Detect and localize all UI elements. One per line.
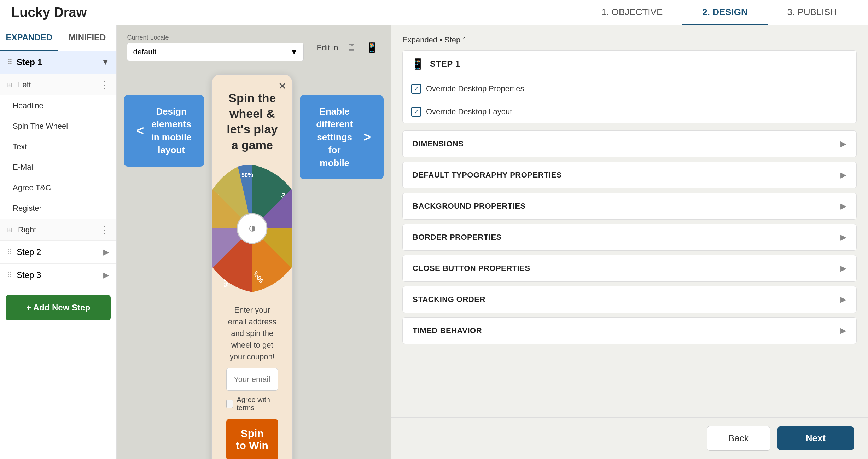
locale-chevron-icon: ▼ (290, 47, 298, 57)
dimensions-section[interactable]: DIMENSIONS ▶ (402, 130, 857, 157)
mobile-icon[interactable]: 📱 (364, 40, 380, 56)
main-canvas: Current Locale default ▼ Edit in 🖥 📱 < D… (117, 25, 391, 459)
wheel-container: ▶ 30% 9% 25% 50% (211, 161, 293, 296)
background-section[interactable]: BACKGROUND PROPERTIES ▶ (402, 193, 857, 220)
bottom-bar: Back Next (391, 417, 868, 459)
agree-checkbox[interactable] (226, 400, 233, 408)
step2-row[interactable]: ⠿ Step 2 ▶ (0, 240, 116, 263)
svg-text:◑: ◑ (249, 223, 256, 232)
grid-icon-right: ⊞ (7, 226, 12, 234)
typography-chevron-icon: ▶ (840, 170, 846, 180)
grid-icon: ⊞ (7, 81, 12, 89)
stacking-section[interactable]: STACKING ORDER ▶ (402, 286, 857, 313)
phone-frame: ✕ Spin the wheel &let's play a game ▶ 30… (211, 74, 293, 459)
tab-minified[interactable]: MINIFIED (58, 25, 117, 51)
step-panel-header: 📱 STEP 1 (403, 51, 856, 77)
agree-label: Agree T&C (13, 183, 51, 192)
step2-drag-icon: ⠿ (7, 248, 12, 256)
step3-label: Step 3 (17, 270, 41, 280)
canvas-toolbar: Current Locale default ▼ Edit in 🖥 📱 (127, 25, 380, 67)
wheel-svg[interactable]: 30% 9% 25% 50% GIFT (211, 161, 293, 296)
sidebar-tab-group: EXPANDED MINIFIED (0, 25, 116, 51)
right-panel: Expanded • Step 1 📱 STEP 1 ✓ Override De… (391, 25, 868, 459)
sidebar-item-text[interactable]: Text (0, 136, 116, 157)
right-panel-inner: Expanded • Step 1 📱 STEP 1 ✓ Override De… (391, 25, 868, 358)
step3-row[interactable]: ⠿ Step 3 ▶ (0, 263, 116, 286)
locale-select-wrap: Current Locale default ▼ (127, 34, 304, 61)
canvas-area: < Design elements in mobile layout ✕ Spi… (117, 67, 391, 459)
close-button-section[interactable]: CLOSE BUTTON PROPERTIES ▶ (402, 255, 857, 282)
left-nav-card[interactable]: < Design elements in mobile layout (124, 95, 204, 167)
next-button[interactable]: Next (777, 426, 854, 450)
dimensions-chevron-icon: ▶ (840, 139, 846, 149)
timed-label: TIMED BEHAVIOR (413, 326, 482, 335)
email-input[interactable] (226, 368, 278, 391)
add-new-step-button[interactable]: + Add New Step (6, 295, 111, 320)
sidebar-item-register[interactable]: Register (0, 198, 116, 219)
email-label: E-Mail (13, 163, 35, 172)
step3-chevron-icon: ▶ (103, 271, 109, 280)
right-nav-text: Enable different settings for mobile (313, 105, 356, 169)
locale-value: default (133, 47, 156, 57)
step3-drag-icon: ⠿ (7, 271, 12, 279)
sidebar: EXPANDED MINIFIED ⠿ Step 1 ▼ ⊞ Left ⋮ He… (0, 25, 117, 459)
drag-icon: ⠿ (7, 58, 12, 66)
section-left-label: Left (18, 80, 31, 89)
svg-text:50%: 50% (241, 172, 253, 178)
agree-row[interactable]: Agree with terms (226, 396, 278, 412)
edit-in-icons: Edit in 🖥 📱 (316, 40, 380, 56)
tab-publish[interactable]: 3. PUBLISH (768, 0, 857, 25)
typography-section[interactable]: DEFAULT TYPOGRAPHY PROPERTIES ▶ (402, 162, 857, 188)
section-left-menu-icon[interactable]: ⋮ (99, 79, 109, 91)
page-title: Lucky Draw (11, 5, 87, 20)
top-bar: Lucky Draw 1. OBJECTIVE 2. DESIGN 3. PUB… (0, 0, 868, 25)
phone-close-button[interactable]: ✕ (278, 80, 286, 92)
left-nav-text: Design elements in mobile layout (151, 105, 192, 157)
timed-section[interactable]: TIMED BEHAVIOR ▶ (402, 317, 857, 344)
back-button[interactable]: Back (707, 426, 770, 451)
desktop-icon[interactable]: 🖥 (344, 40, 358, 56)
section-right-label: Right (18, 225, 36, 234)
tab-expanded[interactable]: EXPANDED (0, 25, 58, 51)
background-chevron-icon: ▶ (840, 202, 846, 211)
agree-terms-label: Agree with terms (237, 396, 278, 412)
spin-wheel-label: Spin The Wheel (13, 122, 68, 131)
sidebar-item-headline[interactable]: Headline (0, 95, 116, 116)
step1-label: Step 1 (17, 57, 42, 67)
override-desktop-checkbox[interactable]: ✓ (411, 84, 421, 94)
section-right-header[interactable]: ⊞ Right ⋮ (0, 219, 116, 240)
step1-header[interactable]: ⠿ Step 1 ▼ (0, 51, 116, 74)
breadcrumb-text: Expanded • Step 1 (402, 35, 467, 44)
register-label: Register (13, 204, 42, 213)
tab-design[interactable]: 2. DESIGN (682, 0, 768, 25)
close-button-chevron-icon: ▶ (840, 264, 846, 273)
right-nav-card[interactable]: Enable different settings for mobile > (300, 95, 384, 179)
override-desktop-row[interactable]: ✓ Override Desktop Properties (403, 77, 856, 100)
section-right-menu-icon[interactable]: ⋮ (99, 224, 109, 236)
headline-label: Headline (13, 101, 43, 110)
breadcrumb: Expanded • Step 1 (402, 35, 857, 45)
dimensions-label: DIMENSIONS (413, 139, 464, 149)
top-tabs: 1. OBJECTIVE 2. DESIGN 3. PUBLISH (582, 0, 857, 25)
tab-objective[interactable]: 1. OBJECTIVE (582, 0, 682, 25)
background-label: BACKGROUND PROPERTIES (413, 202, 526, 211)
phone-subtitle: Enter your email address and spin the wh… (226, 304, 278, 362)
override-desktop-label: Override Desktop Properties (426, 84, 524, 93)
sidebar-item-email[interactable]: E-Mail (0, 157, 116, 178)
sidebar-item-spin-wheel[interactable]: Spin The Wheel (0, 116, 116, 136)
stacking-chevron-icon: ▶ (840, 295, 846, 304)
locale-select[interactable]: default ▼ (127, 43, 304, 61)
step2-label: Step 2 (17, 247, 41, 257)
sidebar-item-agree[interactable]: Agree T&C (0, 178, 116, 198)
step-panel: 📱 STEP 1 ✓ Override Desktop Properties ✓… (402, 50, 857, 123)
override-layout-checkbox[interactable]: ✓ (411, 107, 421, 117)
mobile-step-icon: 📱 (411, 58, 424, 70)
section-left-header[interactable]: ⊞ Left ⋮ (0, 74, 116, 95)
border-section[interactable]: BORDER PROPERTIES ▶ (402, 224, 857, 251)
top-bar-left: Lucky Draw (11, 5, 87, 20)
override-layout-row[interactable]: ✓ Override Desktop Layout (403, 100, 856, 123)
spin-to-win-button[interactable]: Spin to Win (226, 419, 278, 459)
left-arrow-icon: < (136, 122, 144, 140)
override-layout-label: Override Desktop Layout (426, 107, 512, 116)
edit-in-label: Edit in (316, 43, 338, 52)
